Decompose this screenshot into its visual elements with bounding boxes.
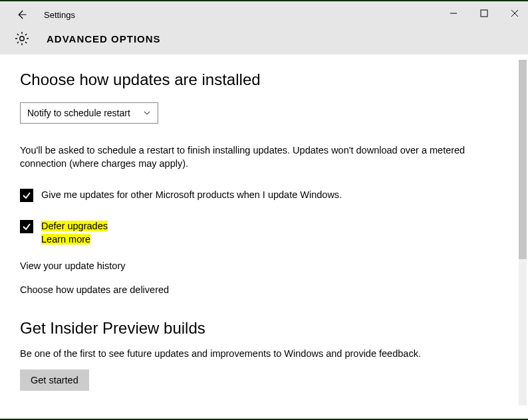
link-update-history[interactable]: View your update history (20, 261, 508, 271)
window-controls (444, 5, 524, 21)
get-started-button[interactable]: Get started (20, 369, 89, 391)
dropdown-value: Notify to schedule restart (27, 108, 130, 118)
arrow-left-icon (15, 9, 27, 21)
titlebar: Settings ADVANCED OPTIONS (0, 1, 528, 54)
checkbox-defer-label: Defer upgrades (41, 221, 108, 231)
check-icon (22, 191, 31, 200)
page-title: ADVANCED OPTIONS (47, 33, 161, 45)
checkbox-row-other-products: Give me updates for other Microsoft prod… (20, 188, 508, 202)
titlebar-top: Settings (7, 1, 521, 25)
chevron-down-icon (143, 109, 151, 117)
maximize-button[interactable] (475, 5, 493, 21)
updates-description: You'll be asked to schedule a restart to… (20, 144, 499, 171)
content-area: Choose how updates are installed Notify … (0, 54, 528, 419)
close-button[interactable] (505, 5, 524, 21)
check-icon (22, 222, 31, 231)
minimize-button[interactable] (444, 5, 463, 21)
checkbox-defer-label-wrap: Defer upgrades Learn more (41, 219, 108, 247)
app-title: Settings (44, 10, 75, 20)
section-heading-updates: Choose how updates are installed (20, 70, 508, 89)
svg-rect-1 (481, 10, 487, 17)
learn-more-link[interactable]: Learn more (41, 234, 90, 245)
checkbox-row-defer: Defer upgrades Learn more (20, 219, 508, 247)
back-button[interactable] (12, 5, 31, 24)
close-icon (511, 9, 519, 17)
gear-icon (13, 30, 31, 47)
titlebar-sub: ADVANCED OPTIONS (7, 25, 521, 52)
checkbox-defer-upgrades[interactable] (20, 220, 33, 233)
insider-description: Be one of the first to see future update… (20, 347, 499, 360)
minimize-icon (450, 9, 458, 17)
maximize-icon (480, 9, 488, 17)
section-heading-insider: Get Insider Preview builds (20, 319, 508, 338)
svg-point-4 (20, 37, 24, 41)
link-updates-delivered[interactable]: Choose how updates are delivered (20, 284, 508, 295)
install-mode-dropdown[interactable]: Notify to schedule restart (20, 102, 158, 124)
scrollbar-thumb[interactable] (519, 60, 527, 259)
checkbox-other-products-label: Give me updates for other Microsoft prod… (41, 188, 342, 201)
checkbox-other-products[interactable] (20, 189, 33, 202)
